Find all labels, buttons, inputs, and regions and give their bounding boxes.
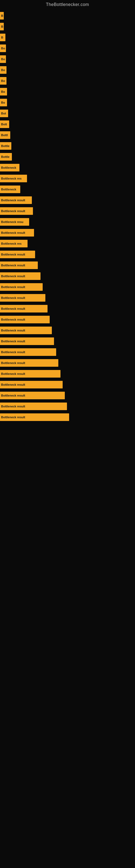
bar-label: Bottl: [1, 133, 8, 137]
bar-label: Bottleneck result: [1, 264, 25, 267]
bar-row: Bottleneck res: [0, 173, 135, 184]
bar-label: Bottleneck: [1, 188, 16, 191]
bar-row: Bottleneck result: [0, 282, 135, 292]
bar-item: Bottleneck result: [0, 196, 32, 204]
bar-item: Bottleneck result: [0, 327, 52, 334]
bar-item: Bottleneck res: [0, 240, 28, 247]
bar-row: Bottle: [0, 141, 135, 151]
bar-row: Bottleneck result: [0, 325, 135, 336]
bar-row: Bot: [0, 108, 135, 119]
bar-row: Bottleneck result: [0, 206, 135, 216]
bar-row: Bo: [0, 97, 135, 108]
bar-label: Bottleneck result: [1, 372, 25, 375]
bar-label: Bottleneck result: [1, 415, 25, 419]
bar-item: Bo: [0, 44, 6, 52]
bar-label: Bottle: [1, 144, 9, 148]
bar-row: Bottleneck result: [0, 412, 135, 423]
bar-label: Bott: [1, 123, 7, 126]
bar-item: B: [0, 23, 4, 30]
bar-label: Bo: [1, 58, 5, 61]
bar-item: Bottleneck result: [0, 403, 67, 410]
bar-label: Bottle: [1, 155, 9, 158]
bar-row: Bo: [0, 65, 135, 75]
bar-label: Bottleneck result: [1, 340, 25, 343]
bar-label: Bottleneck result: [1, 275, 25, 278]
bar-label: Bottleneck result: [1, 329, 25, 332]
bar-row: Bottleneck: [0, 184, 135, 195]
bar-item: Bottleneck result: [0, 381, 63, 389]
bar-item: Bottleneck: [0, 164, 19, 172]
bar-row: B: [0, 32, 135, 43]
bar-row: Bottleneck resu: [0, 216, 135, 227]
bar-item: Bottl: [0, 131, 10, 139]
bar-label: Bottleneck result: [1, 198, 25, 202]
bar-row: Bottleneck result: [0, 303, 135, 314]
bar-label: B: [1, 25, 3, 28]
bar-label: Bottleneck result: [1, 285, 25, 289]
bar-item: Bottleneck result: [0, 272, 41, 280]
bar-item: Bottleneck resu: [0, 218, 29, 226]
bar-label: Bottleneck result: [1, 350, 25, 354]
bar-item: Bottleneck result: [0, 359, 58, 367]
bars-container: BBBBoBoBoBoBoBoBotBottBottlBottleBottleB…: [0, 10, 135, 428]
bar-label: Bottleneck result: [1, 383, 25, 386]
bar-label: Bo: [1, 46, 5, 50]
bar-row: Bottleneck result: [0, 195, 135, 206]
bar-row: Bottleneck result: [0, 401, 135, 412]
bar-item: Bottleneck result: [0, 251, 35, 258]
bar-item: Bottleneck result: [0, 413, 69, 421]
bar-item: Bottleneck result: [0, 305, 48, 312]
bar-item: Bottle: [0, 142, 11, 150]
bar-item: Bottleneck result: [0, 337, 54, 345]
bar-item: Bo: [0, 55, 6, 63]
bar-item: Bottleneck result: [0, 294, 45, 302]
bar-item: Bot: [0, 110, 8, 117]
bar-label: Bo: [1, 101, 5, 104]
bar-item: Bo: [0, 66, 6, 74]
bar-label: Bottleneck result: [1, 405, 25, 408]
bar-item: Bottleneck result: [0, 229, 34, 237]
bar-row: Bottleneck result: [0, 227, 135, 238]
bar-label: Bottleneck result: [1, 307, 25, 310]
bar-row: Bottleneck: [0, 162, 135, 173]
bar-row: Bottl: [0, 130, 135, 141]
bar-item: Bottleneck result: [0, 283, 43, 291]
bar-row: B: [0, 21, 135, 32]
bar-item: Bottleneck result: [0, 316, 50, 323]
bar-row: Bottleneck result: [0, 292, 135, 303]
bar-row: Bottleneck result: [0, 379, 135, 390]
bar-label: Bottleneck resu: [1, 220, 24, 223]
bar-item: Bo: [0, 99, 7, 106]
bar-row: Bottleneck result: [0, 368, 135, 379]
bar-label: Bo: [1, 79, 5, 83]
bar-row: Bo: [0, 75, 135, 86]
bar-item: Bottleneck: [0, 186, 20, 193]
bar-row: Bo: [0, 86, 135, 97]
bar-row: Bo: [0, 43, 135, 54]
bar-item: B: [0, 34, 5, 41]
bar-label: Bottleneck result: [1, 253, 25, 256]
bar-label: Bottleneck result: [1, 296, 25, 300]
bar-row: Bottleneck result: [0, 390, 135, 401]
bar-row: B: [0, 10, 135, 21]
bar-item: Bottleneck result: [0, 261, 38, 269]
bar-row: Bottleneck result: [0, 260, 135, 271]
bar-label: Bo: [1, 68, 5, 72]
bar-item: Bottleneck result: [0, 370, 60, 378]
bar-label: Bottleneck: [1, 166, 16, 169]
bar-label: Bo: [1, 90, 5, 93]
bar-label: Bot: [1, 112, 6, 115]
bar-item: Bottleneck result: [0, 207, 33, 215]
bar-row: Bott: [0, 119, 135, 130]
bar-row: Bottleneck result: [0, 314, 135, 325]
site-title: TheBottlenecker.com: [0, 0, 135, 10]
bar-label: Bottleneck res: [1, 242, 21, 245]
bar-row: Bottleneck res: [0, 238, 135, 249]
bar-label: Bottleneck res: [1, 177, 21, 180]
bar-item: B: [0, 12, 4, 20]
bar-item: Bottleneck res: [0, 175, 27, 182]
bar-item: Bo: [0, 88, 7, 95]
bar-label: Bottleneck result: [1, 318, 25, 321]
bar-label: Bottleneck result: [1, 394, 25, 397]
bar-label: B: [1, 36, 3, 39]
